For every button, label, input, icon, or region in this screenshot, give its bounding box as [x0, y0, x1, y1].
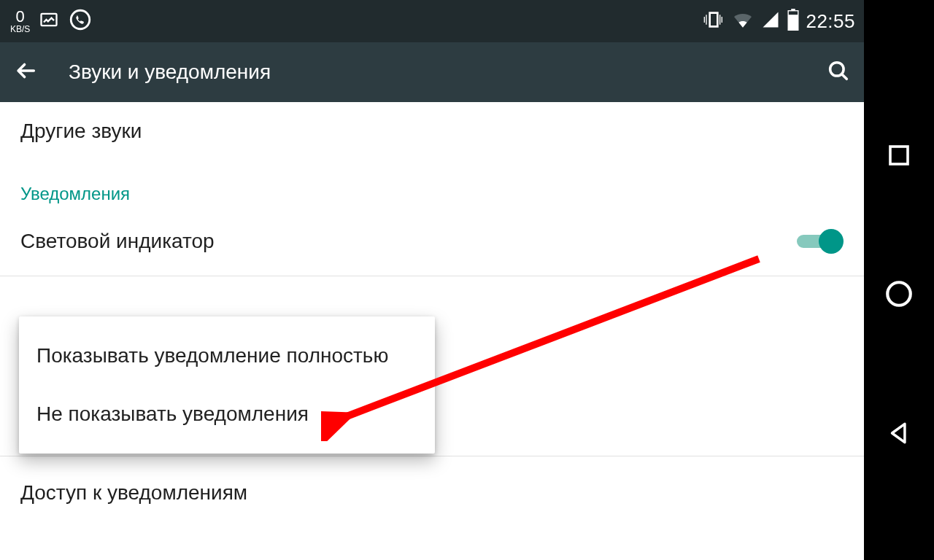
search-icon[interactable]	[826, 58, 851, 86]
nav-bar	[864, 0, 934, 560]
settings-content: Другие звуки Уведомления Световой индика…	[0, 102, 864, 529]
recent-apps-button[interactable]	[886, 142, 912, 168]
row-label: Другие звуки	[20, 120, 142, 143]
status-left: 0 KB/S	[0, 7, 93, 35]
phone-screen: 0 KB/S 22:55	[0, 0, 864, 560]
svg-rect-8	[890, 147, 908, 164]
appbar-title: Звуки и уведомления	[69, 61, 271, 84]
signal-icon	[760, 9, 781, 33]
back-nav-button[interactable]	[885, 419, 913, 447]
app-bar: Звуки и уведомления	[0, 42, 864, 102]
section-header-notifications: Уведомления	[0, 160, 864, 211]
popup-menu: Показывать уведомление полностью Не пока…	[19, 316, 435, 454]
row-led-indicator[interactable]: Световой индикатор	[0, 211, 864, 276]
home-button[interactable]	[884, 279, 914, 309]
net-speed-unit: KB/S	[10, 25, 30, 34]
svg-point-9	[887, 282, 911, 306]
svg-point-1	[72, 10, 90, 29]
popup-item-show-full[interactable]: Показывать уведомление полностью	[19, 327, 435, 385]
clock: 22:55	[806, 10, 855, 33]
vibrate-icon	[702, 8, 725, 34]
status-right: 22:55	[702, 8, 855, 34]
picture-icon	[39, 9, 59, 33]
battery-icon	[787, 9, 800, 34]
row-access-notifications[interactable]: Доступ к уведомлениям	[0, 456, 864, 529]
net-speed-indicator: 0 KB/S	[10, 9, 30, 34]
wifi-icon	[731, 8, 754, 34]
status-bar: 0 KB/S 22:55	[0, 0, 864, 42]
switch-led-indicator[interactable]	[797, 229, 844, 254]
back-icon[interactable]	[13, 58, 38, 86]
switch-thumb	[819, 229, 844, 254]
net-speed-value: 0	[16, 9, 25, 25]
row-label: Доступ к уведомлениям	[20, 481, 247, 505]
svg-rect-4	[789, 15, 799, 31]
row-other-sounds[interactable]: Другие звуки	[0, 102, 864, 160]
viber-icon	[68, 7, 93, 35]
row-label: Световой индикатор	[20, 230, 215, 253]
popup-item-dont-show[interactable]: Не показывать уведомления	[19, 385, 435, 443]
